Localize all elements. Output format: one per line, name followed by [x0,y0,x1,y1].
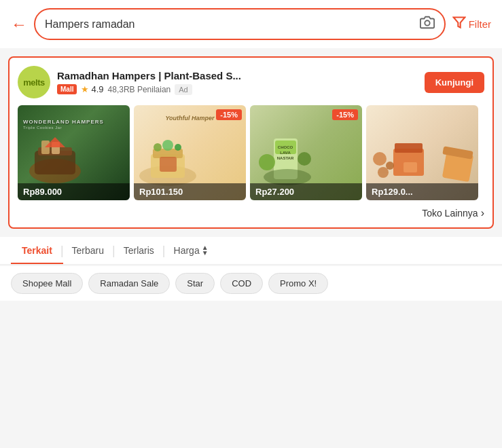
search-bar[interactable]: Hampers ramadan [34,8,446,40]
star-icon: ★ [81,84,89,94]
toko-lainnya-label: Toko Lainnya [422,208,478,219]
mall-badge: Mall [57,84,77,94]
chip-shopee-mall-label: Shopee Mall [22,278,71,288]
chip-cod[interactable]: COD [220,273,263,294]
chip-star-label: Star [187,278,203,288]
product-image-3: -15% CHOCO LAVA NASTAR Rp27.200 [250,105,362,200]
filter-chips: Shopee Mall Ramadan Sale Star COD Promo … [0,266,502,301]
tab-terbaru-label: Terbaru [72,245,104,256]
product-sublabel-1: Triple Cookies Jar [23,126,62,130]
chip-ramadan-sale-label: Ramadan Sale [100,278,158,288]
back-button[interactable]: ← [11,15,27,34]
svg-point-27 [386,162,394,170]
filter-button[interactable]: Filter [452,16,491,33]
tab-terlaris-label: Terlaris [124,245,154,256]
discount-badge-2: -15% [216,109,242,120]
price-overlay-3: Rp27.200 [250,183,362,200]
svg-text:CHOCO: CHOCO [278,145,293,149]
product-image-4: Rp129.0... [366,105,478,200]
store-logo-text: melts [23,77,44,88]
product-scroll: WONDERLAND HAMPERS Triple Cookies Jar Rp… [18,105,484,200]
tab-terbaru[interactable]: Terbaru [61,237,115,264]
ad-info: Ramadhan Hampers | Plant-Based S... Mall… [57,70,418,95]
svg-point-20 [259,154,275,170]
svg-point-21 [298,152,311,166]
product-label-2: Youthful Hamper [165,115,214,122]
product-card[interactable]: WONDERLAND HAMPERS Triple Cookies Jar Rp… [18,105,130,200]
discount-badge-3: -15% [332,109,358,120]
ad-title: Ramadhan Hampers | Plant-Based S... [57,70,315,81]
harga-sort-icon: ▲ ▼ [202,245,209,256]
product-card[interactable]: Rp129.0... [366,105,478,200]
svg-point-12 [162,140,173,151]
price-overlay-4: Rp129.0... [366,183,478,200]
product-card[interactable]: -15% CHOCO LAVA NASTAR Rp27.200 [250,105,362,200]
svg-point-0 [425,20,429,25]
tab-harga[interactable]: Harga ▲ ▼ [163,237,219,264]
review-count: 48,3RB Penilaian [108,85,171,94]
ad-badge: Ad [175,84,192,95]
tab-terlaris[interactable]: Terlaris [113,237,165,264]
toko-lainnya-row[interactable]: Toko Lainnya › [18,207,484,219]
chip-promo-label: Promo X! [280,278,317,288]
svg-text:NASTAR: NASTAR [277,156,294,160]
svg-rect-24 [395,143,423,153]
svg-rect-14 [160,157,177,172]
product-image-2: -15% Youthful Hamper Rp101.150 [134,105,246,200]
svg-point-26 [378,167,389,178]
rating: ★ 4.9 [81,84,103,94]
camera-icon[interactable] [420,15,435,33]
kunjungi-button[interactable]: Kunjungi [425,72,484,93]
chip-star[interactable]: Star [175,273,215,294]
price-overlay-2: Rp101.150 [134,183,246,200]
product-label-1: WONDERLAND HAMPERS [23,119,104,125]
svg-text:LAVA: LAVA [280,151,291,155]
chip-cod-label: COD [232,278,251,288]
tab-terkait-label: Terkait [22,245,52,256]
ad-header: melts Ramadhan Hampers | Plant-Based S..… [18,66,484,98]
filter-label: Filter [469,18,491,30]
chip-promo[interactable]: Promo X! [268,273,328,294]
product-card[interactable]: -15% Youthful Hamper Rp101.150 [134,105,246,200]
svg-rect-28 [404,162,417,172]
rating-value: 4.9 [91,84,103,94]
chip-shopee-mall[interactable]: Shopee Mall [11,273,83,294]
ad-meta: Mall ★ 4.9 48,3RB Penilaian Ad [57,84,418,95]
sort-tabs: Terkait | Terbaru | Terlaris | Harga ▲ ▼ [0,237,502,265]
search-text: Hampers ramadan [45,18,420,31]
svg-point-11 [154,143,162,151]
chip-ramadan-sale[interactable]: Ramadan Sale [88,273,170,294]
product-image-1: WONDERLAND HAMPERS Triple Cookies Jar Rp… [18,105,130,200]
store-logo: melts [18,66,50,98]
header: ← Hampers ramadan Filter [0,0,502,48]
tab-terkait[interactable]: Terkait [11,237,63,264]
svg-point-25 [373,152,387,166]
filter-icon [452,16,466,33]
chevron-right-icon: › [481,207,484,219]
tab-harga-label: Harga [174,245,200,256]
svg-marker-1 [453,18,465,28]
svg-point-13 [175,144,181,151]
price-overlay-1: Rp89.000 [18,183,130,200]
ad-card: melts Ramadhan Hampers | Plant-Based S..… [8,56,494,229]
